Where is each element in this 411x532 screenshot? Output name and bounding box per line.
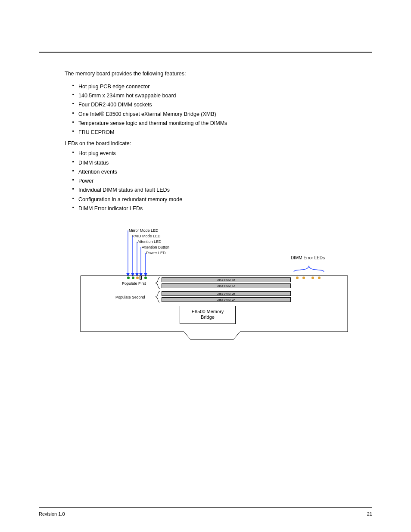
dimm-error-led-icon (318, 277, 321, 279)
attention-led-icon (136, 277, 139, 279)
brace-icon (154, 291, 162, 302)
list-item: DIMM status (72, 159, 364, 168)
footer-revision: Revision 1.0 (39, 511, 65, 516)
power-led-icon (144, 277, 147, 279)
populate-first-label: Populate First (122, 281, 146, 286)
top-rule (39, 52, 372, 53)
list-item: One Intel® E8500 chipset eXternal Memory… (72, 110, 364, 119)
feature-list-b: Hot plug events DIMM status Attention ev… (65, 149, 364, 213)
list-item: Configuration in a redundant memory mode (72, 195, 364, 204)
list-item: Individual DIMM status and fault LEDs (72, 186, 364, 195)
list-item: DIMM Error indicator LEDs (72, 204, 364, 213)
attention-button-icon (140, 276, 142, 280)
curly-brace-icon (292, 263, 326, 276)
raid-mode-led-icon (132, 277, 134, 279)
list-item: Temperature sense logic and thermal moni… (72, 119, 364, 128)
list-item: 140.5mm x 234mm hot swappable board (72, 91, 364, 100)
list-item: Attention events (72, 168, 364, 177)
xmb-chip-box: E8500 Memory Bridge (180, 306, 236, 324)
memory-board-diagram: Mirror Mode LED RAID Mode LED Attention … (76, 224, 352, 353)
list-item: FRU EEPROM (72, 128, 364, 137)
dimm-error-led-icon (311, 277, 314, 279)
footer-page-number: 21 (367, 511, 372, 516)
dimm-slot: J3B1 DIMM_2B (162, 291, 291, 296)
list-item: Hot plug events (72, 149, 364, 158)
main-content: The memory board provides the following … (65, 70, 364, 353)
mirror-mode-led-icon (127, 277, 130, 279)
intro-text: The memory board provides the following … (65, 70, 364, 78)
list-item: Hot plug PCB edge connector (72, 82, 364, 91)
dimm-slot: J3A2 DIMM_1A (162, 283, 291, 288)
list-item: Power (72, 177, 364, 186)
dimm-error-led-icon (302, 277, 305, 279)
dimm-slot: J3A1 DIMM_1B (162, 277, 291, 282)
feature-list-a: Hot plug PCB edge connector 140.5mm x 23… (65, 82, 364, 137)
dimm-slot: J3B2 DIMM_2A (162, 297, 291, 302)
page-footer: Revision 1.0 21 (39, 511, 372, 516)
brace-icon (154, 277, 162, 289)
list-item: Four DDR2-400 DIMM sockets (72, 100, 364, 109)
dimm-error-led-icon (296, 277, 299, 279)
populate-second-label: Populate Second (115, 295, 145, 299)
footer-rule (39, 507, 372, 508)
subpara-text: LEDs on the board indicate: (65, 140, 364, 146)
dimm-error-leds-label: DIMM Error LEDs (291, 255, 325, 260)
chip-label-line1: E8500 Memory (192, 309, 224, 314)
chip-label-line2: Bridge (201, 314, 215, 320)
